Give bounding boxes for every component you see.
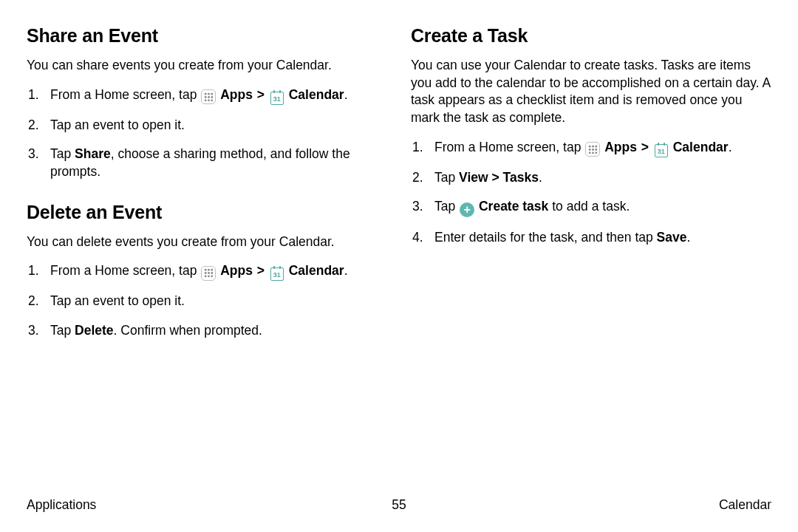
svg-point-17 xyxy=(211,276,213,278)
share-steps: From a Home screen, tap Apps > 31 Calend… xyxy=(27,86,387,181)
svg-point-8 xyxy=(211,99,213,101)
delete-step-1: From a Home screen, tap Apps > 31 Calend… xyxy=(27,262,387,281)
svg-point-3 xyxy=(205,96,207,98)
create-task-bold: Create task xyxy=(479,199,548,214)
step-suffix: . Confirm when prompted. xyxy=(114,323,262,338)
apps-icon xyxy=(201,89,216,104)
calendar-label: Calendar xyxy=(289,263,344,278)
left-column: Share an Event You can share events you … xyxy=(27,25,387,360)
task-step-2: Tap View > Tasks. xyxy=(411,169,771,187)
step-text: Tap xyxy=(434,170,459,185)
task-step-4: Enter details for the task, and then tap… xyxy=(411,229,771,247)
step-suffix: . xyxy=(539,170,542,185)
step-suffix: . xyxy=(344,263,348,278)
share-intro: You can share events you create from you… xyxy=(27,57,387,75)
svg-point-9 xyxy=(205,269,207,271)
svg-point-26 xyxy=(595,151,597,154)
chevron-right-icon: > xyxy=(253,87,268,102)
step-text: Tap xyxy=(50,146,75,161)
step-text: Enter details for the task, and then tap xyxy=(434,230,657,245)
task-steps: From a Home screen, tap Apps > 31 Calend… xyxy=(411,139,771,247)
svg-point-1 xyxy=(208,92,210,95)
step-text: Tap xyxy=(50,323,75,338)
delete-intro: You can delete events you create from yo… xyxy=(27,233,387,251)
svg-point-12 xyxy=(205,272,207,274)
footer-left: Applications xyxy=(27,497,96,513)
svg-point-10 xyxy=(208,269,210,271)
task-intro: You can use your Calendar to create task… xyxy=(411,57,771,127)
svg-point-14 xyxy=(211,272,213,274)
calendar-label: Calendar xyxy=(673,140,729,154)
svg-point-18 xyxy=(589,145,591,147)
delete-steps: From a Home screen, tap Apps > 31 Calend… xyxy=(27,262,387,339)
step-suffix: to add a task. xyxy=(548,199,630,214)
svg-point-0 xyxy=(205,92,207,95)
step-suffix: . xyxy=(686,230,690,245)
svg-point-21 xyxy=(589,149,591,151)
apps-icon xyxy=(201,266,216,281)
share-step-3: Tap Share, choose a sharing method, and … xyxy=(27,146,387,180)
share-bold: Share xyxy=(75,146,111,161)
svg-point-7 xyxy=(208,99,210,101)
svg-point-24 xyxy=(589,151,591,154)
svg-point-5 xyxy=(211,96,213,98)
right-column: Create a Task You can use your Calendar … xyxy=(411,25,771,360)
step-suffix: . xyxy=(344,87,348,102)
step-text: From a Home screen, tap xyxy=(50,87,200,102)
svg-point-25 xyxy=(592,151,594,154)
apps-icon xyxy=(585,142,600,157)
calendar-icon: 31 xyxy=(655,144,668,157)
step-text: From a Home screen, tap xyxy=(50,263,200,278)
footer-right: Calendar xyxy=(719,497,771,513)
save-bold: Save xyxy=(657,230,687,245)
plus-circle-icon: + xyxy=(460,202,474,217)
view-tasks-bold: View > Tasks xyxy=(459,170,539,185)
svg-point-6 xyxy=(205,99,207,101)
step-text: From a Home screen, tap xyxy=(434,140,584,154)
page-footer: Applications 55 Calendar xyxy=(27,497,771,513)
calendar-icon: 31 xyxy=(270,267,284,281)
page-number: 55 xyxy=(392,497,406,513)
delete-step-3: Tap Delete. Confirm when prompted. xyxy=(27,322,387,340)
svg-point-19 xyxy=(592,145,594,147)
task-step-1: From a Home screen, tap Apps > 31 Calend… xyxy=(411,139,771,157)
chevron-right-icon: > xyxy=(638,140,652,154)
svg-point-2 xyxy=(211,92,213,95)
page-columns: Share an Event You can share events you … xyxy=(27,25,771,360)
step-text: Tap xyxy=(434,199,459,214)
svg-point-4 xyxy=(208,96,210,98)
svg-point-13 xyxy=(208,272,210,274)
step-suffix: . xyxy=(729,140,732,154)
task-heading: Create a Task xyxy=(411,25,771,47)
svg-point-20 xyxy=(595,145,597,147)
svg-point-22 xyxy=(592,149,594,151)
svg-point-16 xyxy=(208,276,210,278)
task-step-3: Tap + Create task to add a task. xyxy=(411,198,771,217)
delete-step-2: Tap an event to open it. xyxy=(27,293,387,310)
svg-point-23 xyxy=(595,149,597,151)
apps-label: Apps xyxy=(604,140,637,154)
svg-point-11 xyxy=(211,269,213,271)
apps-label: Apps xyxy=(220,263,253,278)
apps-label: Apps xyxy=(220,87,253,102)
share-heading: Share an Event xyxy=(27,25,387,47)
chevron-right-icon: > xyxy=(253,263,268,278)
share-step-2: Tap an event to open it. xyxy=(27,117,387,134)
svg-point-15 xyxy=(205,276,207,278)
calendar-icon: 31 xyxy=(270,92,284,105)
calendar-label: Calendar xyxy=(289,87,344,102)
share-step-1: From a Home screen, tap Apps > 31 Calend… xyxy=(27,86,387,105)
delete-bold: Delete xyxy=(75,323,114,338)
delete-heading: Delete an Event xyxy=(27,202,387,223)
